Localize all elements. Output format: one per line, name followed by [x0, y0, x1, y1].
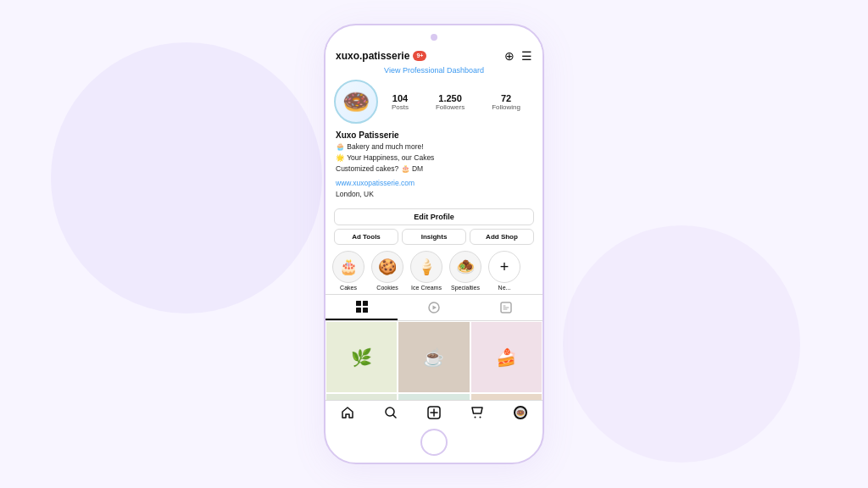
highlight-label-icecreams: Ice Creams — [411, 285, 442, 291]
grid-cell-5[interactable]: 🛍️ — [398, 393, 470, 400]
nav-home[interactable] — [326, 406, 369, 419]
highlights-row: 🎂 Cakes 🍪 Cookies 🍦 Ice Creams 🧆 Special… — [326, 247, 542, 294]
bio-website[interactable]: www.xuxopatisserie.com — [336, 179, 415, 187]
bio-section: Xuxo Patisserie 🧁 Bakery and much more! … — [326, 130, 542, 205]
highlight-more[interactable]: + Ne... — [488, 251, 520, 291]
posts-count: 104 — [392, 93, 408, 103]
stats-numbers: 104 Posts 1.250 Followers 72 Following — [378, 93, 534, 111]
top-icons: ⊕ ☰ — [504, 49, 532, 63]
grid-cell-4[interactable]: 🎁 — [326, 393, 398, 400]
nav-avatar: 🍩 — [514, 406, 527, 419]
highlight-circle-specialties: 🧆 — [449, 251, 481, 283]
action-buttons: Edit Profile Ad Tools Insights Add Shop — [326, 205, 542, 247]
svg-point-13 — [480, 417, 481, 419]
highlight-label-more: Ne... — [498, 285, 511, 291]
add-shop-button[interactable]: Add Shop — [470, 229, 534, 245]
highlight-circle-cookies: 🍪 — [371, 251, 403, 283]
highlight-cookies[interactable]: 🍪 Cookies — [371, 251, 403, 291]
nav-profile[interactable]: 🍩 — [499, 406, 542, 419]
svg-point-12 — [475, 417, 476, 419]
bio-line-3: Customized cakes? 🎂 DM — [336, 164, 532, 175]
ad-tools-button[interactable]: Ad Tools — [334, 229, 398, 245]
highlight-label-specialties: Specialties — [451, 285, 480, 291]
highlight-icecreams[interactable]: 🍦 Ice Creams — [410, 251, 442, 291]
grid-cell-2[interactable]: ☕ — [398, 321, 470, 393]
top-bar: xuxo.patisserie 9+ ⊕ ☰ — [326, 42, 542, 66]
highlight-label-cookies: Cookies — [376, 285, 398, 291]
highlight-cakes[interactable]: 🎂 Cakes — [332, 251, 364, 291]
phone-screen: xuxo.patisserie 9+ ⊕ ☰ View Professional… — [326, 42, 542, 423]
phone-mockup: xuxo.patisserie 9+ ⊕ ☰ View Professional… — [324, 24, 544, 464]
followers-label: Followers — [436, 103, 465, 111]
bio-name: Xuxo Patisserie — [336, 130, 532, 140]
highlight-circle-icecreams: 🍦 — [410, 251, 442, 283]
insights-button[interactable]: Insights — [402, 229, 466, 245]
svg-rect-0 — [356, 301, 361, 306]
svg-rect-2 — [356, 308, 361, 313]
svg-line-8 — [392, 415, 396, 419]
dashboard-link[interactable]: View Professional Dashboard — [326, 66, 542, 75]
followers-count: 1.250 — [438, 93, 462, 103]
add-icon[interactable]: ⊕ — [504, 49, 515, 63]
username: xuxo.patisserie — [336, 50, 409, 62]
tab-reels[interactable] — [398, 295, 470, 320]
svg-marker-5 — [432, 306, 437, 310]
highlight-add-button[interactable]: + — [488, 251, 520, 283]
tab-grid[interactable] — [326, 295, 398, 320]
bg-blob-left — [51, 42, 322, 313]
nav-shop[interactable] — [456, 406, 499, 419]
grid-cell-3[interactable]: 🍰 — [470, 321, 542, 393]
svg-rect-3 — [363, 308, 368, 313]
svg-rect-1 — [363, 301, 368, 306]
stat-posts[interactable]: 104 Posts — [392, 93, 409, 111]
grid-cell-1[interactable]: 🌿 — [326, 321, 398, 393]
stat-following[interactable]: 72 Following — [492, 93, 520, 111]
bio-location: London, UK — [336, 189, 532, 200]
notification-badge: 9+ — [413, 51, 426, 61]
menu-icon[interactable]: ☰ — [521, 49, 532, 63]
photo-grid: 🌿 ☕ 🍰 🎁 🛍️ 🍩 — [326, 321, 542, 400]
stat-followers[interactable]: 1.250 Followers — [436, 93, 465, 111]
highlight-label-cakes: Cakes — [340, 285, 357, 291]
tab-tagged[interactable] — [470, 295, 542, 320]
grid-cell-6[interactable]: 🍩 — [470, 393, 542, 400]
bio-line-2: 🌟 Your Happiness, our Cakes — [336, 152, 532, 164]
small-buttons-row: Ad Tools Insights Add Shop — [334, 229, 534, 245]
content-tab-row — [326, 294, 542, 321]
highlight-specialties[interactable]: 🧆 Specialties — [449, 251, 481, 291]
avatar: 🍩 — [334, 80, 378, 124]
nav-search[interactable] — [369, 406, 412, 419]
following-label: Following — [492, 103, 520, 111]
edit-profile-button[interactable]: Edit Profile — [334, 208, 534, 225]
bottom-nav: 🍩 — [326, 400, 542, 423]
bio-line-1: 🧁 Bakery and much more! — [336, 141, 532, 152]
posts-label: Posts — [392, 103, 409, 111]
phone-notch — [431, 34, 437, 41]
following-count: 72 — [501, 93, 511, 103]
highlight-circle-cakes: 🎂 — [332, 251, 364, 283]
bg-blob-right — [563, 225, 800, 463]
phone-home-button[interactable] — [420, 429, 448, 456]
stats-row: 🍩 104 Posts 1.250 Followers 72 Following — [326, 80, 542, 124]
nav-create[interactable] — [412, 406, 455, 419]
avatar-emoji: 🍩 — [342, 89, 370, 115]
username-row: xuxo.patisserie 9+ — [336, 50, 426, 62]
